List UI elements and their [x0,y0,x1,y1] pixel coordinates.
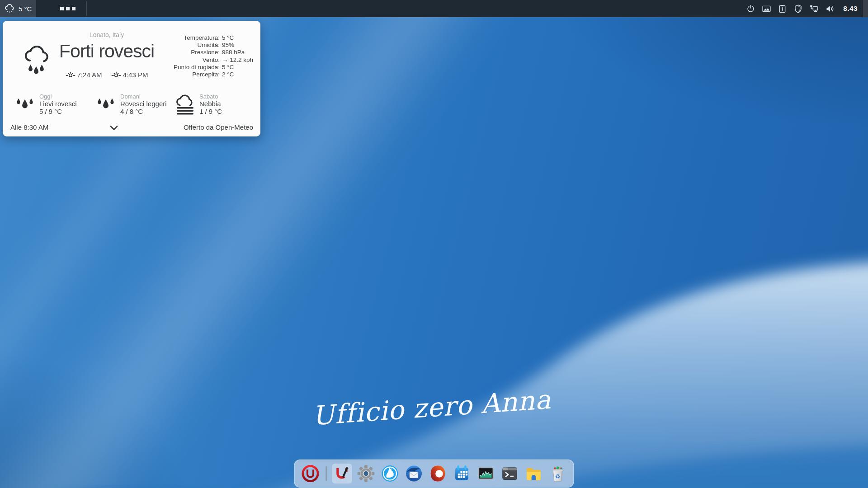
calendar-icon [453,464,472,483]
sunset-item: 4:43 PM [111,70,148,80]
dock-item-thunderbird-mail[interactable] [404,464,424,483]
forecast-day: Oggi [39,93,77,100]
rain-cloud-icon [4,3,16,15]
trash-full-icon: ♻ [548,464,567,483]
detail-label: Umidità: [174,42,220,49]
office-icon [429,464,448,483]
dock-item-trash[interactable]: ♻ [548,464,568,483]
dock-item-office-suite[interactable] [428,464,448,483]
forecast-condition: Nebbia [199,100,222,108]
gear-icon [357,464,376,483]
heavy-showers-icon [23,43,50,79]
dock-item-ufficiozero-menu[interactable] [301,464,321,483]
detail-value: → 12.2 kph [222,56,253,64]
forecast-temps: 4 / 8 °C [120,108,167,115]
forecast-today: Oggi Lievi rovesci 5 / 9 °C [14,93,77,117]
window-list-applet[interactable] [60,0,75,17]
detail-value: 988 hPa [222,49,253,56]
weather-updated-time: Alle 8:30 AM [10,123,48,131]
detail-label: Pressione: [174,49,220,56]
detail-label: Percepita: [174,71,220,78]
rain-drops-icon [14,93,36,117]
chevron-down-icon[interactable] [110,125,118,131]
dock: ♻ [294,460,574,488]
dock-item-system-monitor[interactable] [476,464,496,483]
shield-icon[interactable] [793,4,803,14]
dock-separator [326,466,327,481]
dock-item-terminal[interactable] [500,464,520,483]
network-icon[interactable] [809,4,819,14]
rain-drops-icon [95,93,117,117]
dock-item-calendar[interactable] [452,464,472,483]
system-tray: 8.43 [746,0,858,17]
weather-attribution: Offerto da Open-Meteo [184,123,253,131]
detail-value: 5 °C [222,34,253,42]
power-icon[interactable] [746,4,755,14]
weather-popup-header: Lonato, Italy Forti rovesci 7:24 AM 4:43… [46,21,167,80]
panel-weather-temp: 5 °C [19,5,32,13]
system-monitor-icon [476,464,495,483]
clipboard-icon[interactable] [778,4,787,14]
svg-text:♻: ♻ [555,473,561,480]
detail-value: 2 °C [222,71,253,78]
dock-item-web-browser[interactable] [380,464,400,483]
sunset-icon [111,70,121,80]
panel-separator [86,1,87,16]
forecast-tomorrow: Domani Rovesci leggeri 4 / 8 °C [95,93,167,117]
detail-label: Vento: [174,56,220,64]
fog-icon [175,93,196,117]
sunrise-item: 7:24 AM [66,70,102,80]
folder-icon [524,464,543,483]
forecast-temps: 5 / 9 °C [39,108,77,115]
dock-item-settings[interactable] [356,464,376,483]
weather-popup: Lonato, Italy Forti rovesci 7:24 AM 4:43… [3,21,260,136]
weather-condition: Forti rovesci [46,41,167,62]
ufficiozero-logo-icon [301,464,320,483]
sunrise-time: 7:24 AM [77,71,102,79]
sunrise-icon [66,70,75,80]
uz-installer-icon [333,464,352,483]
wolf-browser-icon [381,464,400,483]
detail-value: 5 °C [222,64,253,71]
wallpaper-icon[interactable] [762,4,771,14]
weather-location: Lonato, Italy [46,31,167,38]
panel-clock[interactable]: 8.43 [843,5,858,13]
detail-label: Temperatura: [174,34,220,42]
dock-item-uz-installer[interactable] [332,464,352,483]
forecast-saturday: Sabato Nebbia 1 / 9 °C [175,93,222,117]
dock-item-file-manager[interactable] [524,464,544,483]
thunderbird-icon [405,464,424,483]
weather-details: Temperatura:5 °C Umidità:95% Pressione:9… [174,34,253,78]
sunset-time: 4:43 PM [123,71,148,79]
terminal-icon [500,464,519,483]
top-panel: 5 °C [0,0,868,17]
show-desktop-button[interactable] [862,0,868,17]
forecast-condition: Rovesci leggeri [120,100,167,108]
panel-weather-applet[interactable]: 5 °C [0,0,36,17]
forecast-temps: 1 / 9 °C [199,108,222,115]
forecast-condition: Lievi rovesci [39,100,77,108]
forecast-day: Sabato [199,93,222,100]
volume-icon[interactable] [825,4,835,14]
forecast-day: Domani [120,93,167,100]
detail-value: 95% [222,42,253,49]
detail-label: Punto di rugiada: [174,64,220,71]
